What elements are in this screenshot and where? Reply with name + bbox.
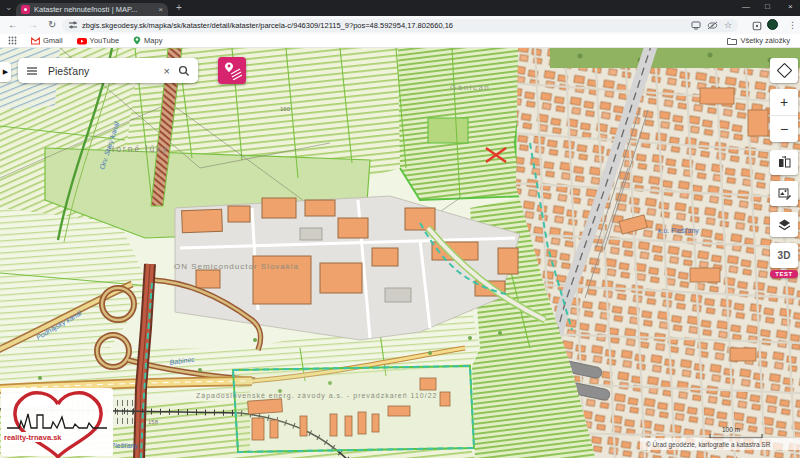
substation bbox=[233, 366, 474, 452]
basemap-icon bbox=[778, 187, 791, 200]
bookmark-youtube[interactable]: YouTube bbox=[77, 36, 119, 45]
layers-icon bbox=[778, 218, 791, 231]
attribution: © Úrad geodézie, kartografie a katastra … bbox=[640, 438, 800, 450]
compare-maps-button[interactable] bbox=[770, 150, 798, 175]
basemap-button[interactable] bbox=[770, 181, 798, 206]
zoom-in-button[interactable]: + bbox=[770, 89, 798, 115]
compare-icon bbox=[778, 156, 791, 169]
folder-icon bbox=[727, 37, 737, 45]
minimize-button[interactable]: — bbox=[742, 2, 750, 11]
watermark-logo: reality-trnava.sk bbox=[1, 388, 113, 457]
chrome-menu-icon[interactable]: ⋮ bbox=[788, 19, 797, 31]
apps-grid-icon[interactable] bbox=[8, 36, 17, 45]
menu-icon[interactable] bbox=[26, 66, 38, 76]
back-icon[interactable]: ← bbox=[8, 19, 18, 31]
svg-text:Gánican: Gánican bbox=[450, 83, 490, 92]
browser-window: ⌄ Kataster nehnuteľností | MAP... × + — … bbox=[0, 0, 800, 458]
map-canvas[interactable]: Horné lúky Gánican Orv. Starý kanál Podh… bbox=[0, 48, 800, 458]
svg-text:158: 158 bbox=[148, 419, 159, 425]
panel-toggle-arrow[interactable]: ▶ bbox=[0, 62, 11, 82]
tab-strip: ⌄ Kataster nehnuteľností | MAP... × + — … bbox=[0, 0, 800, 16]
svg-text:k.ú. Piešťany: k.ú. Piešťany bbox=[658, 227, 699, 235]
tab-close-icon[interactable]: × bbox=[158, 6, 163, 14]
svg-text:ON Semiconductor Slovakia: ON Semiconductor Slovakia bbox=[174, 262, 299, 271]
layers-button[interactable] bbox=[770, 212, 798, 237]
window-close-button[interactable]: × bbox=[788, 2, 793, 11]
map-svg: Horné lúky Gánican Orv. Starý kanál Podh… bbox=[0, 48, 800, 458]
browser-toolbar: ← → ↻ zbgis.skgeodesy.sk/mapka/sk/katast… bbox=[0, 16, 800, 34]
test-badge: TEST bbox=[770, 270, 797, 278]
search-bar[interactable]: × bbox=[18, 58, 198, 83]
forward-icon[interactable]: → bbox=[28, 19, 38, 31]
bookmarks-bar: Gmail YouTube Mapy Všetky záložky bbox=[0, 34, 800, 48]
zbgis-app-button[interactable] bbox=[218, 57, 246, 84]
address-bar[interactable]: zbgis.skgeodesy.sk/mapka/sk/kataster/det… bbox=[62, 19, 738, 32]
extensions-icon[interactable] bbox=[752, 21, 762, 31]
tab-title: Kataster nehnuteľností | MAP... bbox=[34, 5, 158, 14]
gmail-icon bbox=[31, 37, 40, 45]
default-extent-button[interactable] bbox=[770, 58, 798, 83]
clear-search-icon[interactable]: × bbox=[164, 65, 170, 77]
svg-text:Horné lúky: Horné lúky bbox=[108, 144, 169, 154]
search-icon[interactable] bbox=[178, 65, 190, 77]
reload-icon[interactable]: ↻ bbox=[48, 19, 56, 31]
bookmark-mapy[interactable]: Mapy bbox=[133, 36, 162, 45]
browser-tab[interactable]: Kataster nehnuteľností | MAP... × bbox=[16, 3, 168, 16]
new-tab-button[interactable]: + bbox=[176, 4, 182, 12]
youtube-icon bbox=[77, 37, 87, 45]
extent-icon bbox=[776, 63, 792, 79]
tune-icon[interactable] bbox=[68, 20, 78, 30]
eye-slash-icon[interactable] bbox=[707, 21, 718, 30]
park-strip bbox=[550, 48, 800, 68]
zbgis-pin-icon bbox=[222, 61, 242, 80]
send-to-device-icon[interactable] bbox=[691, 21, 701, 30]
svg-text:reality-trnava.sk: reality-trnava.sk bbox=[4, 433, 62, 442]
all-bookmarks-button[interactable]: Všetky záložky bbox=[727, 36, 790, 45]
search-input[interactable] bbox=[46, 64, 164, 78]
map-pin-icon bbox=[133, 36, 141, 45]
tab-search-icon[interactable]: ⌄ bbox=[5, 2, 13, 12]
svg-text:100 m: 100 m bbox=[722, 426, 740, 433]
zoom-out-button[interactable]: − bbox=[770, 116, 798, 142]
maximize-button[interactable]: □ bbox=[765, 2, 770, 11]
svg-text:Západoslovenské energ. závody: Západoslovenské energ. závody a.s. - pre… bbox=[196, 392, 437, 400]
svg-text:© Úrad geodézie, kartografie a: © Úrad geodézie, kartografie a katastra … bbox=[646, 440, 771, 449]
bookmark-gmail[interactable]: Gmail bbox=[31, 36, 63, 45]
url-text[interactable]: zbgis.skgeodesy.sk/mapka/sk/kataster/det… bbox=[82, 21, 685, 30]
map-controls: + − 3D TEST bbox=[770, 58, 798, 278]
zoom-control: + − bbox=[770, 89, 798, 142]
zbgis-favicon bbox=[21, 5, 30, 14]
profile-avatar[interactable] bbox=[767, 19, 778, 30]
bookmark-star-icon[interactable]: ☆ bbox=[724, 20, 732, 30]
three-d-button[interactable]: 3D bbox=[770, 243, 798, 268]
svg-text:160: 160 bbox=[280, 106, 291, 112]
